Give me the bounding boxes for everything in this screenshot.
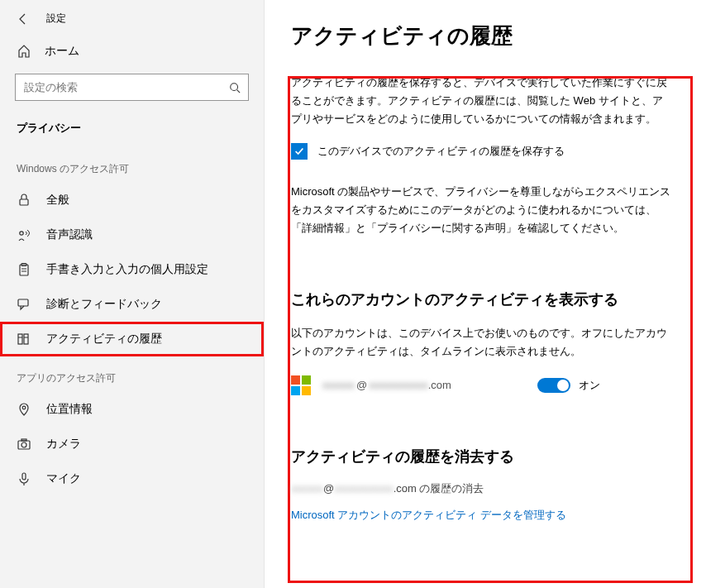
sidebar-item-speech[interactable]: 音声認識: [0, 218, 264, 252]
svg-rect-8: [18, 299, 28, 306]
accounts-description: 以下のアカウントは、このデバイス上でお使いのものです。オフにしたアカウントのアク…: [291, 324, 671, 361]
svg-rect-10: [24, 334, 28, 344]
speech-icon: [17, 227, 31, 242]
sidebar-item-label: アクティビティの履歴: [46, 332, 162, 347]
group-app-permissions: アプリのアクセス許可: [0, 356, 264, 392]
svg-rect-2: [20, 199, 28, 205]
lock-icon: [17, 193, 31, 208]
sidebar-item-label: カメラ: [46, 437, 81, 452]
clear-account-line: xxxxxx@xxxxxxxxxxx.com の履歴の消去: [291, 481, 688, 496]
back-icon[interactable]: [17, 12, 30, 26]
home-icon: [17, 44, 31, 59]
settings-title: 設定: [46, 12, 66, 26]
mic-icon: [17, 471, 31, 486]
search-box: [15, 74, 249, 101]
account-row: xxxxxx@xxxxxxxxxxx.com オン: [291, 375, 688, 395]
svg-point-13: [22, 406, 26, 409]
feedback-icon: [17, 297, 31, 312]
sidebar-item-camera[interactable]: カメラ: [0, 427, 264, 461]
account-toggle[interactable]: [537, 378, 570, 393]
sidebar-item-label: 手書き入力と入力の個人用設定: [46, 262, 208, 277]
intro-paragraph: アクティビティの履歴を保存すると、デバイスで実行していた作業にすぐに戻ることがで…: [291, 74, 671, 128]
sidebar-item-label: 音声認識: [46, 227, 93, 242]
page-title: アクティビティの履歴: [291, 22, 688, 50]
microsoft-logo-icon: [291, 375, 311, 395]
sidebar-item-mic[interactable]: マイク: [0, 461, 264, 496]
section-privacy: プライバシー: [0, 112, 264, 147]
sidebar-item-general[interactable]: 全般: [0, 183, 264, 218]
home-label: ホーム: [45, 44, 79, 59]
sidebar-item-location[interactable]: 位置情報: [0, 392, 264, 427]
activity-icon: [17, 332, 31, 347]
search-input[interactable]: [15, 74, 249, 101]
manage-activity-link[interactable]: Microsoft アカウントのアクティビティ データを管理する: [291, 508, 566, 523]
sidebar-item-diagnostics[interactable]: 診断とフィードバック: [0, 287, 264, 322]
account-toggle-wrap: オン: [537, 378, 600, 393]
account-email: xxxxxx@xxxxxxxxxxx.com: [322, 379, 504, 391]
svg-point-3: [20, 232, 23, 235]
clear-heading: アクティビティの履歴を消去する: [291, 447, 688, 466]
sidebar-item-activity-history[interactable]: アクティビティの履歴: [0, 322, 264, 356]
camera-icon: [17, 437, 31, 452]
svg-line-1: [237, 89, 241, 93]
accounts-heading: これらのアカウントのアクティビティを表示する: [291, 289, 688, 309]
svg-rect-17: [22, 473, 26, 480]
location-icon: [17, 402, 31, 417]
svg-rect-9: [18, 334, 22, 344]
svg-rect-16: [21, 439, 26, 441]
svg-point-15: [21, 442, 26, 447]
group-windows-permissions: Windows のアクセス許可: [0, 147, 264, 183]
store-activity-checkbox[interactable]: [291, 143, 308, 160]
store-activity-label: このデバイスでのアクティビティの履歴を保存する: [317, 144, 565, 159]
content-pane: アクティビティの履歴 アクティビティの履歴を保存すると、デバイスで実行していた作…: [265, 0, 706, 588]
sidebar-item-inking[interactable]: 手書き入力と入力の個人用設定: [0, 252, 264, 287]
sidebar-item-label: 全般: [46, 193, 69, 208]
sidebar: 設定 ホーム プライバシー Windows のアクセス許可 全般: [0, 0, 265, 588]
home-nav[interactable]: ホーム: [0, 34, 264, 69]
sidebar-item-label: 診断とフィードバック: [46, 297, 162, 312]
clipboard-icon: [17, 262, 31, 277]
privacy-paragraph: Microsoft の製品やサービスで、プライバシーを尊重しながらエクスペリエン…: [291, 183, 671, 237]
svg-point-0: [231, 83, 238, 90]
store-activity-checkbox-row: このデバイスでのアクティビティの履歴を保存する: [291, 143, 688, 160]
window-header: 設定: [0, 0, 264, 34]
account-toggle-label: オン: [579, 378, 600, 393]
sidebar-item-label: 位置情報: [46, 402, 93, 417]
search-icon: [229, 82, 241, 93]
sidebar-item-label: マイク: [46, 471, 81, 486]
